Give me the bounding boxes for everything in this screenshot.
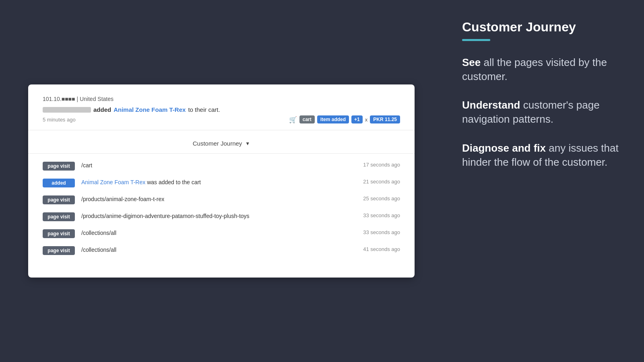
desc-block-3: Diagnose and fix any issues that hinder … (462, 141, 625, 169)
journey-row-1: page visit /cart 17 seconds ago (43, 162, 400, 171)
journey-time-1: 17 seconds ago (352, 162, 400, 168)
count-badge: +1 (351, 115, 363, 123)
to-cart-text: to their cart. (188, 106, 220, 113)
time-ago: 5 minutes ago (43, 117, 76, 123)
badge-page-visit-2: page visit (43, 195, 75, 204)
cart-badge: cart (299, 115, 315, 123)
desc-bold-3: Diagnose and fix (462, 142, 546, 154)
activity-card: 101.10.■■■■ | United States added Animal… (28, 84, 415, 278)
x-separator: x (365, 117, 368, 123)
divider-1 (28, 130, 415, 130)
added-text: added (93, 106, 111, 113)
journey-product-link[interactable]: Animal Zone Foam T-Rex (81, 179, 145, 185)
product-link[interactable]: Animal Zone Foam T-Rex (114, 106, 186, 113)
journey-path-1: /cart (81, 162, 345, 170)
customer-name-blur (43, 107, 91, 113)
price-badge: PKR 11.25 (370, 115, 400, 123)
chevron-down-icon: ▼ (245, 141, 250, 146)
badge-page-visit-3: page visit (43, 212, 75, 221)
meta-row: 5 minutes ago 🛒 cart item added +1 x PKR… (43, 115, 400, 123)
journey-path-3: /products/animal-zone-foam-t-rex (81, 195, 345, 204)
journey-path-2: Animal Zone Foam T-Rex was added to the … (81, 179, 345, 187)
title-underline (462, 39, 490, 41)
badge-page-visit-1: page visit (43, 162, 75, 171)
journey-header-text: Customer Journey (193, 140, 242, 147)
journey-row-3: page visit /products/animal-zone-foam-t-… (43, 195, 400, 204)
badge-added-1: added (43, 179, 75, 187)
journey-time-4: 33 seconds ago (352, 212, 400, 218)
journey-divider (28, 153, 415, 154)
ip-location: 101.10.■■■■ | United States (43, 96, 400, 102)
journey-row-6: page visit /collections/all 41 seconds a… (43, 246, 400, 255)
journey-path-4: /products/anime-digimon-adventure-patamo… (81, 212, 345, 220)
right-panel: Customer Journey See all the pages visit… (443, 0, 644, 362)
card-header: 101.10.■■■■ | United States added Animal… (43, 96, 400, 123)
desc-block-2: Understand customer's page navigation pa… (462, 98, 625, 126)
desc-bold-2: Understand (462, 99, 520, 111)
journey-path-6: /collections/all (81, 246, 345, 254)
journey-time-2: 21 seconds ago (352, 179, 400, 185)
desc-text-1: See all the pages visited by the custome… (462, 56, 625, 84)
journey-time-3: 25 seconds ago (352, 195, 400, 202)
badge-page-visit-4: page visit (43, 229, 75, 238)
desc-text-2: Understand customer's page navigation pa… (462, 98, 625, 126)
ip-address: 101.10.■■■■ | United States (43, 96, 114, 102)
cart-icon: 🛒 (289, 116, 297, 123)
left-panel: 101.10.■■■■ | United States added Animal… (0, 0, 443, 362)
desc-text-3: Diagnose and fix any issues that hinder … (462, 141, 625, 169)
journey-header[interactable]: Customer Journey ▼ (43, 137, 400, 153)
item-added-badge: item added (317, 115, 349, 123)
badges-row: 🛒 cart item added +1 x PKR 11.25 (289, 115, 400, 123)
panel-title: Customer Journey (462, 20, 625, 34)
desc-block-1: See all the pages visited by the custome… (462, 56, 625, 84)
journey-time-5: 33 seconds ago (352, 229, 400, 235)
desc-bold-1: See (462, 56, 481, 68)
journey-row-2: added Animal Zone Foam T-Rex was added t… (43, 179, 400, 187)
journey-row-4: page visit /products/anime-digimon-adven… (43, 212, 400, 221)
action-row: added Animal Zone Foam T-Rex to their ca… (43, 106, 400, 113)
journey-path-5: /collections/all (81, 229, 345, 237)
journey-row-5: page visit /collections/all 33 seconds a… (43, 229, 400, 238)
journey-time-6: 41 seconds ago (352, 246, 400, 252)
badge-page-visit-5: page visit (43, 246, 75, 255)
